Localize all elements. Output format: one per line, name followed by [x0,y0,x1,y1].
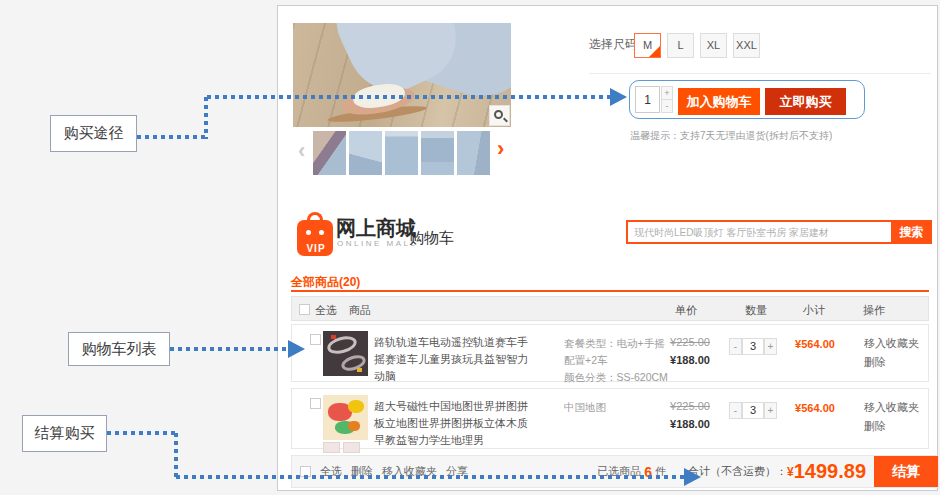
total-amount: 1499.89 [794,460,866,483]
row-actions: 移入收藏夹 删除 [864,398,919,435]
size-option-m[interactable]: M ✓ [634,33,661,58]
mall-name-english: ONLINE MALL [337,239,417,248]
buy-now-button[interactable]: 立即购买 [765,88,846,115]
quantity-increase-icon[interactable]: + [764,338,777,355]
thumbnail-next-icon[interactable]: › [497,138,504,160]
page-title: 购物车 [409,229,454,248]
checkout-button[interactable]: 结算 [874,456,938,487]
move-to-favorites-link[interactable]: 移入收藏夹 [864,334,919,353]
annotation-label-checkout: 结算购买 [22,415,107,452]
select-all-checkbox[interactable] [299,304,310,315]
product-specs: 中国地图 [564,399,672,416]
thumbnail-prev-icon[interactable]: ‹ [298,140,305,162]
dotted-connector-line [204,97,208,139]
magnifier-icon[interactable] [489,105,510,126]
bulk-actions: 全选 删除 移入收藏夹 分享 [300,456,468,487]
quantity-decrease-icon[interactable]: - [661,99,673,113]
annotation-label-purchase-path: 购买途径 [50,115,137,152]
cart-row-china-map: 超大号磁性中国地图世界拼图拼板立地图世界拼图拼板立体木质早教益智力学生地理男 中… [291,388,929,449]
header-subtotal: 小计 [803,303,825,318]
product-name[interactable]: 超大号磁性中国地图世界拼图拼板立地图世界拼图拼板立体木质早教益智力学生地理男 [374,398,532,449]
unit-price-cell: ¥225.00 ¥188.00 [658,334,722,369]
row-checkbox[interactable] [310,334,321,345]
product-image-china-map[interactable] [323,395,368,440]
quantity-value[interactable]: 3 [742,338,764,355]
check-icon: ✓ [654,35,660,58]
header-quantity: 数量 [745,303,767,318]
product-thumbnail[interactable] [349,131,382,175]
product-thumbnail[interactable] [385,131,418,175]
size-options: M ✓ L XL XXL [634,33,760,58]
arrow-right-icon [288,340,305,358]
size-option-xxl[interactable]: XXL [733,33,760,58]
dotted-connector-line [107,431,178,435]
size-option-xl[interactable]: XL [700,33,727,58]
size-selector-label: 选择尺码: [589,36,640,53]
quantity-stepper: - 3 + [729,338,777,355]
product-image-track-toy[interactable] [323,331,368,376]
dotted-connector-line [176,475,684,479]
product-thumbnail[interactable] [313,131,346,175]
search-input[interactable] [626,220,891,244]
dotted-connector-line [170,347,288,351]
delete-link[interactable]: 删除 [864,353,919,372]
section-divider [589,73,931,74]
cart-section-title: 全部商品(20) [291,274,360,291]
dotted-connector-line [174,433,178,477]
quantity-input[interactable] [635,86,660,113]
product-thumbnail[interactable] [457,131,490,175]
dotted-connector-line [137,135,207,139]
total-label: 合计（不含运费）： [688,464,787,479]
annotation-label-cart-list: 购物车列表 [68,332,170,366]
search-bar: 搜索 [626,220,932,244]
product-thumbnail[interactable] [421,131,454,175]
header-actions: 操作 [863,303,885,318]
header-select-all: 全选 [315,303,337,318]
return-policy-tip: 温馨提示：支持7天无理由退货(拆封后不支持) [630,129,832,143]
delete-link[interactable]: 删除 [864,417,919,436]
product-main-image[interactable] [293,23,511,127]
arrow-right-icon [610,88,627,106]
quantity-stepper: - 3 + [729,402,777,419]
cart-row-track-toy: 路轨轨道车电动遥控轨道赛车手摇赛道车儿童男孩玩具益智智力动脑 套餐类型：电动+手… [291,324,929,382]
storefront-screenshot-panel: ‹ › 选择尺码: M ✓ L XL XXL + - 加入购物车 立即购买 温馨… [277,5,938,491]
header-product: 商品 [349,303,371,318]
quantity-decrease-icon[interactable]: - [729,338,742,355]
search-button[interactable]: 搜索 [891,220,932,244]
add-to-cart-button[interactable]: 加入购物车 [678,88,760,115]
quantity-decrease-icon[interactable]: - [729,402,742,419]
product-name[interactable]: 路轨轨道车电动遥控轨道赛车手摇赛道车儿童男孩玩具益智智力动脑 [374,334,532,385]
checkout-bar: 全选 删除 移入收藏夹 分享 已选商品 6 件 合计（不含运费）： ¥ 1499… [291,455,939,488]
subtotal-cell: ¥564.00 [787,338,843,350]
header-unit-price: 单价 [675,303,697,318]
dotted-connector-line [207,95,610,99]
quantity-value[interactable]: 3 [742,402,764,419]
size-option-l[interactable]: L [667,33,694,58]
checkout-summary: 已选商品 6 件 合计（不含运费）： ¥ 1499.89 [597,456,866,487]
arrow-right-icon [684,468,701,486]
mall-name: 网上商城 [336,215,416,242]
logo-vip-text: VIP [297,243,335,254]
thumbnail-strip [313,131,490,175]
move-to-favorites-link[interactable]: 移入收藏夹 [864,398,919,417]
mall-logo-icon[interactable]: VIP [297,212,335,258]
currency-symbol: ¥ [787,465,794,479]
quantity-increase-icon[interactable]: + [764,402,777,419]
subtotal-cell: ¥564.00 [787,402,843,414]
cart-table-header: 全选 商品 单价 数量 小计 操作 [291,296,929,321]
quantity-increase-icon[interactable]: + [661,86,673,100]
unit-price-cell: ¥225.00 ¥188.00 [658,398,722,433]
variant-thumbnails [323,442,360,453]
row-checkbox[interactable] [310,398,321,409]
section-title-underline [291,290,929,292]
row-actions: 移入收藏夹 删除 [864,334,919,371]
